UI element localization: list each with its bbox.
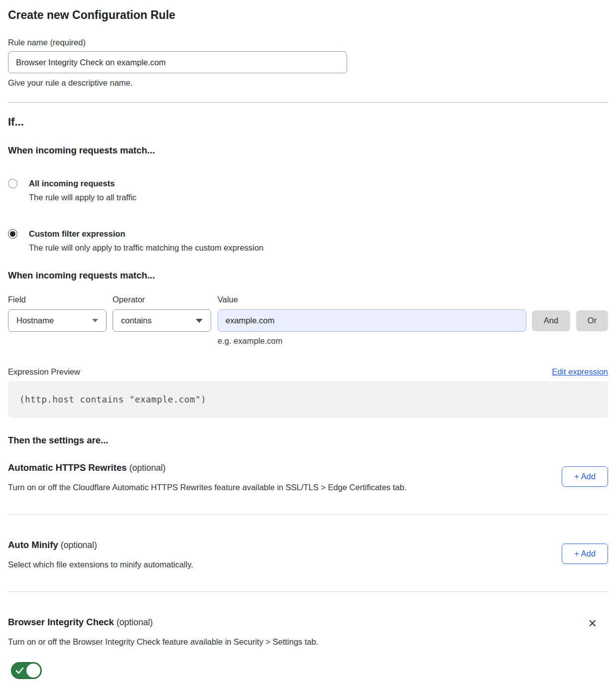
setting-description: Select which file extensions to minify a… — [8, 559, 193, 570]
section-divider — [8, 514, 608, 515]
radio-option-all-incoming-requests[interactable]: All incoming requests The rule will appl… — [8, 178, 608, 203]
chevron-down-icon — [196, 319, 203, 323]
field-select-value: Hostname — [16, 316, 54, 325]
add-auto-minify-button[interactable]: + Add — [562, 544, 608, 564]
rule-name-label: Rule name (required) — [8, 37, 608, 48]
expression-preview-label: Expression Preview — [8, 367, 80, 377]
expression-builder-heading: When incoming requests match... — [8, 270, 608, 281]
operator-select-value: contains — [121, 316, 151, 325]
optional-tag: (optional) — [129, 463, 166, 473]
radio-description: The rule will apply to all traffic — [29, 192, 136, 203]
add-automatic-https-rewrites-button[interactable]: + Add — [562, 466, 608, 487]
if-heading: If... — [8, 116, 608, 129]
value-input[interactable] — [218, 309, 526, 332]
expression-preview-code-block: (http.host contains "example.com") — [8, 381, 608, 418]
create-configuration-rule-form: Create new Configuration Rule Rule name … — [0, 8, 616, 679]
radio-dot — [10, 231, 15, 237]
and-button[interactable]: And — [532, 310, 570, 331]
value-example-help: e.g. example.com — [218, 336, 608, 346]
optional-tag: (optional) — [61, 540, 97, 550]
setting-description: Turn on or off the Browser Integrity Che… — [8, 636, 318, 647]
expression-code: (http.host contains "example.com") — [19, 395, 206, 405]
setting-title: Auto Minify (optional) — [8, 539, 193, 551]
field-column-label: Field — [8, 295, 113, 304]
chevron-down-icon — [92, 319, 98, 322]
setting-description: Turn on or off the Cloudflare Automatic … — [8, 482, 406, 493]
or-button[interactable]: Or — [576, 310, 608, 331]
page-title: Create new Configuration Rule — [8, 8, 608, 22]
setting-auto-minify: Auto Minify (optional) Select which file… — [8, 539, 608, 570]
optional-tag: (optional) — [117, 617, 153, 627]
radio-label: All incoming requests — [29, 178, 136, 189]
toggle-knob — [26, 664, 40, 678]
operator-select[interactable]: contains — [113, 309, 211, 332]
value-column-label: Value — [218, 295, 238, 304]
section-divider — [8, 102, 608, 103]
setting-title: Automatic HTTPS Rewrites (optional) — [8, 462, 406, 474]
check-icon — [15, 667, 24, 675]
match-heading: When incoming requests match... — [8, 144, 608, 156]
rule-name-input[interactable] — [8, 51, 347, 73]
operator-column-label: Operator — [113, 295, 218, 304]
edit-expression-link[interactable]: Edit expression — [552, 367, 608, 377]
field-select[interactable]: Hostname — [8, 309, 107, 332]
then-settings-heading: Then the settings are... — [8, 434, 608, 446]
setting-title: Browser Integrity Check (optional) — [8, 616, 318, 628]
radio-label: Custom filter expression — [29, 228, 263, 240]
section-divider — [8, 591, 608, 592]
rule-name-help: Give your rule a descriptive name. — [8, 77, 608, 88]
browser-integrity-check-toggle[interactable] — [11, 662, 42, 679]
setting-automatic-https-rewrites: Automatic HTTPS Rewrites (optional) Turn… — [8, 462, 608, 493]
radio-description: The rule will only apply to traffic matc… — [29, 242, 263, 254]
setting-browser-integrity-check: Browser Integrity Check (optional) Turn … — [8, 616, 608, 679]
close-icon[interactable]: ✕ — [588, 618, 597, 679]
radio-button-selected[interactable] — [8, 229, 17, 239]
radio-button-unselected[interactable] — [8, 179, 17, 188]
radio-option-custom-filter-expression[interactable]: Custom filter expression The rule will o… — [8, 228, 608, 254]
